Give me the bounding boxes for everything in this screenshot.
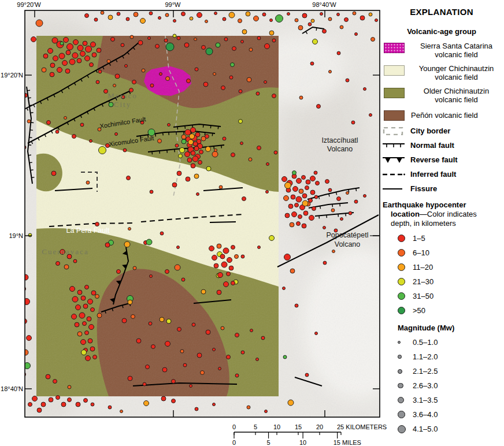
earthquake-dot	[81, 340, 86, 345]
earthquake-dot	[213, 403, 216, 406]
scale-bar-label: 20	[316, 423, 323, 430]
earthquake-dot	[73, 40, 79, 45]
earthquake-dot	[353, 12, 356, 15]
earthquake-dot	[50, 63, 55, 68]
depth-gt50-dot	[398, 307, 405, 314]
scale-bar-label: 10	[273, 423, 280, 430]
earthquake-dot	[266, 191, 269, 194]
earthquake-dot	[298, 215, 302, 219]
earthquake-dot	[166, 43, 174, 51]
normal-fault-tick	[356, 188, 357, 191]
earthquake-dot	[60, 42, 64, 45]
earthquake-dot	[195, 407, 198, 411]
earthquake-dot	[65, 69, 70, 73]
earthquake-dot	[177, 328, 181, 332]
magnitude-legend-row: 4.1–5.0	[398, 425, 502, 433]
earthquake-dot	[257, 146, 261, 150]
map-area: MexicoCityCuernavacaXochimilco FaultXico…	[0, 10, 413, 422]
earthquake-dot	[258, 246, 261, 249]
earthquake-dot	[150, 275, 153, 278]
earthquake-dot	[61, 402, 66, 407]
earthquake-dot	[197, 353, 202, 358]
earthquake-dot	[295, 304, 298, 307]
earthquake-dot	[146, 239, 152, 245]
earthquake-dot	[75, 322, 79, 327]
normal-fault-tick	[221, 146, 222, 148]
scale-bar-label: 5	[266, 439, 270, 446]
normal-fault-tick	[316, 28, 317, 31]
earthquake-dot	[201, 371, 205, 375]
earthquake-dot	[340, 218, 343, 221]
scale-bar-label: 15 MILES	[333, 439, 361, 446]
earthquake-dot	[246, 12, 250, 16]
earthquake-dot	[48, 49, 53, 54]
earthquake-dot	[185, 152, 190, 157]
legend-item-penon: Peñón volcanic field	[384, 109, 502, 121]
normal-fault-tick	[167, 150, 168, 153]
earthquake-dot	[88, 299, 93, 304]
earthquake-dot	[66, 50, 71, 55]
earthquake-dot	[28, 233, 32, 237]
earthquake-dot	[51, 171, 56, 176]
magnitude-dot	[398, 369, 402, 374]
earthquake-dot	[212, 255, 217, 261]
latitude-label: 18°40'N	[1, 385, 23, 392]
normal-fault-tick	[30, 130, 33, 131]
earthquake-dot	[158, 139, 162, 143]
earthquake-dot	[177, 36, 180, 40]
earthquake-dot	[297, 222, 301, 226]
earthquake-dot	[177, 246, 180, 249]
earthquake-dot	[85, 56, 90, 61]
earthquake-dot	[314, 171, 317, 174]
earthquake-dot	[344, 18, 349, 22]
earthquake-dot	[186, 177, 190, 181]
longitude-label: 99°W	[165, 1, 180, 8]
earthquake-dot	[349, 211, 352, 215]
earthquake-dot	[261, 336, 265, 340]
earthquake-dot	[283, 355, 287, 359]
earthquake-dot	[257, 36, 261, 40]
normal-fault-tick	[218, 127, 218, 129]
earthquake-dot	[183, 363, 187, 367]
earthquake-dot	[197, 193, 199, 196]
earthquake-dot	[194, 38, 197, 41]
earthquake-dot	[224, 282, 229, 287]
earthquake-dot	[68, 398, 72, 402]
earthquake-dot	[212, 151, 218, 157]
earthquake-dot	[22, 319, 27, 324]
earthquake-dot	[293, 187, 298, 192]
earthquake-dot	[323, 226, 326, 229]
earthquake-dot	[172, 183, 177, 187]
hypocenter-legend-title: Earthquake hypocenter location—Color ind…	[383, 200, 502, 228]
earthquake-dot	[175, 265, 180, 270]
earthquake-dot	[64, 117, 67, 120]
earthquake-dot	[31, 37, 36, 42]
earthquake-dot	[161, 396, 166, 401]
earthquake-dot	[150, 190, 153, 194]
earthquake-dot	[27, 120, 31, 123]
earthquake-dot	[85, 285, 89, 289]
normal-fault-tick	[160, 151, 160, 154]
magnitude-legend-row: 1.1–2.0	[398, 352, 502, 361]
earthquake-dot	[96, 80, 99, 84]
earthquake-dot	[256, 92, 260, 95]
depth-11-20-dot	[398, 263, 405, 271]
earthquake-dot	[50, 72, 54, 77]
earthquake-dot	[239, 90, 242, 93]
earthquake-dot	[41, 402, 46, 407]
earthquake-dot	[265, 410, 268, 413]
earthquake-dot	[72, 53, 78, 58]
latitude-label: 19°20'N	[1, 72, 23, 79]
explanation-panel: EXPLANATION Volcanic-age group Sierra Sa…	[381, 7, 502, 439]
earthquake-dot	[151, 345, 155, 349]
earthquake-dot	[328, 17, 332, 21]
earthquake-dot	[337, 197, 341, 201]
normal-fault-tick	[28, 98, 31, 98]
legend-item-inferred-fault: Inferred fault	[383, 170, 502, 179]
earthquake-dot	[206, 48, 213, 55]
earthquake-dot	[323, 29, 327, 34]
earthquake-dot	[76, 402, 80, 407]
earthquake-dot	[316, 181, 320, 185]
earthquake-dot	[56, 262, 60, 266]
earthquake-dot	[242, 197, 246, 201]
